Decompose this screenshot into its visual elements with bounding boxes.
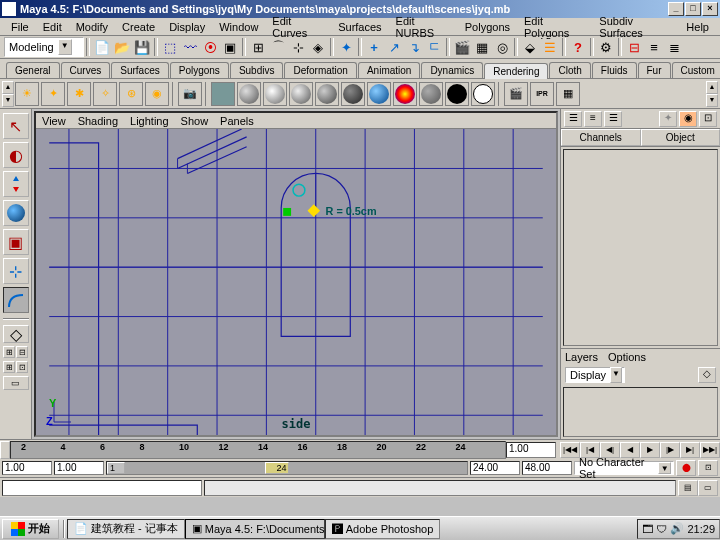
anim-prefs-button[interactable]: ⊡ — [698, 460, 718, 476]
tray-icon[interactable]: 🔊 — [670, 522, 684, 535]
cb-manip-icon[interactable]: ✦ — [659, 111, 677, 127]
ipr-render-icon[interactable]: IPR — [530, 82, 554, 106]
menu-surfaces[interactable]: Surfaces — [331, 21, 388, 33]
menu-edit-polygons[interactable]: Edit Polygons — [517, 15, 592, 39]
menu-create[interactable]: Create — [115, 21, 162, 33]
light-ambient-icon[interactable]: ☀ — [15, 82, 39, 106]
vp-menu-show[interactable]: Show — [181, 115, 209, 127]
tab-rendering[interactable]: Rendering — [484, 63, 548, 79]
snap-point-icon[interactable]: ⊹ — [288, 37, 308, 57]
shelf-scroll[interactable]: ▲▼ — [2, 81, 14, 107]
make-live-icon[interactable]: ✦ — [336, 37, 356, 57]
select-tool-icon[interactable]: ⬚ — [160, 37, 180, 57]
new-scene-icon[interactable]: 📄 — [92, 37, 112, 57]
autokey-button[interactable]: ⬤ — [676, 460, 696, 476]
mode-dropdown[interactable]: Modeling ▼ — [4, 37, 84, 57]
use-background-icon[interactable] — [471, 82, 495, 106]
ramp-icon[interactable] — [393, 82, 417, 106]
tab-polygons[interactable]: Polygons — [170, 62, 229, 78]
phong-icon[interactable] — [289, 82, 313, 106]
layers-menu[interactable]: Layers — [565, 351, 598, 363]
light-point-icon[interactable]: ✱ — [67, 82, 91, 106]
cb-list-icon[interactable]: ☰ — [564, 111, 582, 127]
surface-shader-icon[interactable] — [445, 82, 469, 106]
menu-edit-nurbs[interactable]: Edit NURBS — [389, 15, 458, 39]
cb-list3-icon[interactable]: ☰ — [604, 111, 622, 127]
task-photoshop[interactable]: 🅿Adobe Photoshop — [325, 519, 440, 539]
start-button[interactable]: 开始 — [2, 519, 59, 539]
help-line-button[interactable]: ▭ — [698, 480, 718, 496]
lambert-icon[interactable] — [237, 82, 261, 106]
vp-menu-panels[interactable]: Panels — [220, 115, 254, 127]
rotate-tool[interactable] — [3, 200, 29, 226]
range-handle-end[interactable]: 24 — [265, 462, 289, 474]
lasso-tool-icon[interactable]: 〰 — [180, 37, 200, 57]
tab-general[interactable]: General — [6, 62, 60, 78]
charset-dropdown[interactable]: No Character Set ▼ — [574, 461, 674, 475]
render-current-icon[interactable]: 🎬 — [504, 82, 528, 106]
batch-render-icon[interactable]: ▦ — [556, 82, 580, 106]
snap-grid-icon[interactable]: ⊞ — [248, 37, 268, 57]
lasso-tool[interactable]: ◐ — [3, 142, 29, 168]
history-add-icon[interactable]: + — [364, 37, 384, 57]
layout-2-icon[interactable]: ≡ — [644, 37, 664, 57]
cb-list2-icon[interactable]: ≡ — [584, 111, 602, 127]
light-directional-icon[interactable]: ✦ — [41, 82, 65, 106]
light-area-icon[interactable]: ⊛ — [119, 82, 143, 106]
save-scene-icon[interactable]: 💾 — [132, 37, 152, 57]
move-tool[interactable] — [3, 171, 29, 197]
phonge-icon[interactable] — [315, 82, 339, 106]
range-start-inner[interactable]: 1.00 — [54, 461, 104, 475]
vp-menu-lighting[interactable]: Lighting — [130, 115, 169, 127]
tab-subdivs[interactable]: Subdivs — [230, 62, 284, 78]
step-fwd-button[interactable]: |▶ — [660, 442, 680, 458]
layout-options[interactable]: ▭ — [3, 376, 29, 390]
prev-layout[interactable]: ⊡ — [16, 361, 28, 373]
menu-edit[interactable]: Edit — [36, 21, 69, 33]
ipr-icon[interactable]: ▦ — [472, 37, 492, 57]
shelf-scroll-r[interactable]: ▲▼ — [706, 81, 718, 107]
shading-map-icon[interactable] — [419, 82, 443, 106]
two-layout[interactable]: ⊟ — [16, 346, 28, 358]
task-notepad[interactable]: 📄建筑教程 - 记事本 — [67, 519, 185, 539]
layered-icon[interactable] — [367, 82, 391, 106]
close-button[interactable]: × — [702, 2, 718, 16]
cb-speed-icon[interactable]: ◉ — [679, 111, 697, 127]
cb-hyper-icon[interactable]: ⊡ — [699, 111, 717, 127]
menu-file[interactable]: File — [4, 21, 36, 33]
tab-fluids[interactable]: Fluids — [592, 62, 637, 78]
menu-edit-curves[interactable]: Edit Curves — [265, 15, 331, 39]
display-dropdown[interactable]: Display ▼ — [565, 367, 625, 383]
history-arrow-icon[interactable]: ↗ — [384, 37, 404, 57]
tab-cloth[interactable]: Cloth — [549, 62, 590, 78]
range-end-inner[interactable]: 24.00 — [470, 461, 520, 475]
step-fwd-key-button[interactable]: ▶| — [680, 442, 700, 458]
layout-1-icon[interactable]: ⊟ — [624, 37, 644, 57]
cb-tab-object[interactable]: Object — [641, 129, 721, 146]
three-layout[interactable]: ⊞ — [3, 361, 15, 373]
range-handle-start[interactable]: 1 — [107, 462, 125, 474]
go-end-button[interactable]: ▶▶| — [700, 442, 720, 458]
construction-icon[interactable]: ㄷ — [424, 37, 444, 57]
blinn-icon[interactable] — [263, 82, 287, 106]
select-mask-icon[interactable]: ▣ — [220, 37, 240, 57]
menu-modify[interactable]: Modify — [69, 21, 115, 33]
scale-tool[interactable]: ▣ — [3, 229, 29, 255]
snap-curve-icon[interactable]: ⌒ — [268, 37, 288, 57]
tab-fur[interactable]: Fur — [638, 62, 671, 78]
menu-subdiv[interactable]: Subdiv Surfaces — [592, 15, 679, 39]
new-layer-icon[interactable]: ◇ — [698, 367, 716, 383]
tab-surfaces[interactable]: Surfaces — [111, 62, 168, 78]
layers-list[interactable] — [563, 387, 718, 437]
range-start-outer[interactable]: 1.00 — [2, 461, 52, 475]
system-tray[interactable]: 🗔 🛡 🔊 21:29 — [637, 519, 720, 539]
show-attr-icon[interactable]: ⚙ — [596, 37, 616, 57]
outliner-icon[interactable]: ☰ — [540, 37, 560, 57]
tab-dynamics[interactable]: Dynamics — [421, 62, 483, 78]
current-frame-field[interactable]: 1.00 — [506, 442, 556, 458]
tab-curves[interactable]: Curves — [61, 62, 111, 78]
menu-display[interactable]: Display — [162, 21, 212, 33]
options-menu[interactable]: Options — [608, 351, 646, 363]
range-track[interactable]: 1 24 — [106, 461, 468, 475]
hypershade-icon[interactable]: ⬙ — [520, 37, 540, 57]
